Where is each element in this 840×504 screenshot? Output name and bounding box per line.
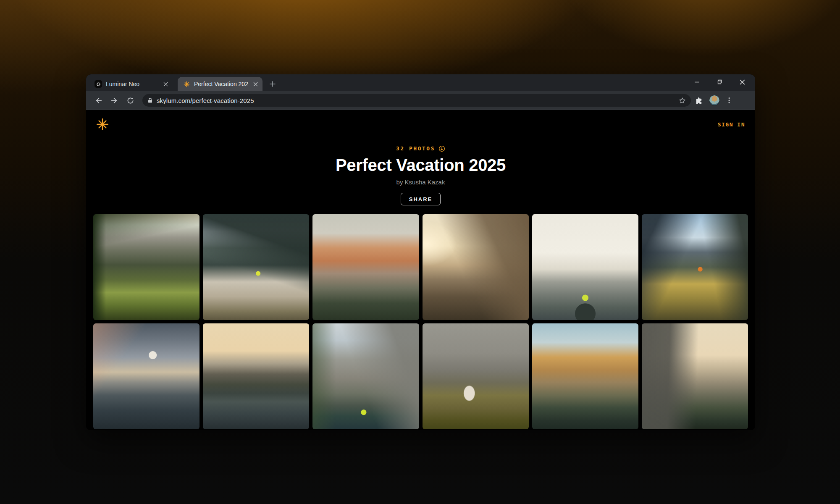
skylum-asterisk-icon: [183, 80, 190, 88]
photo-butte-lake-reflection[interactable]: [203, 323, 309, 429]
minimize-button[interactable]: [685, 74, 708, 89]
page-title: Perfect Vacation 2025: [86, 156, 755, 175]
menu-dots-icon[interactable]: [726, 97, 732, 104]
photo-sheer-cliffs-forest[interactable]: [642, 323, 748, 429]
close-window-button[interactable]: [731, 74, 753, 89]
address-bar[interactable]: skylum.com/perfect-vacation-2025: [142, 94, 691, 107]
new-tab-button[interactable]: [267, 78, 278, 90]
bookmark-star-icon[interactable]: [679, 97, 686, 104]
browser-toolbar: skylum.com/perfect-vacation-2025: [86, 91, 755, 110]
window-controls: [685, 74, 753, 89]
photo-count-label: 32 PHOTOS: [396, 145, 435, 152]
profile-avatar[interactable]: [709, 95, 720, 106]
reload-icon[interactable]: [123, 93, 137, 108]
tab-luminar-neo[interactable]: Luminar Neo: [89, 77, 173, 91]
share-button[interactable]: SHARE: [401, 193, 441, 205]
site-header: SIGN IN: [86, 110, 755, 134]
sign-in-link[interactable]: SIGN IN: [718, 121, 745, 128]
browser-window: Luminar Neo Perfect Vacation 2025: [86, 74, 755, 430]
url-text[interactable]: skylum.com/perfect-vacation-2025: [157, 97, 675, 104]
photo-alpenglow-castle-peak[interactable]: [312, 214, 419, 320]
tab-perfect-vacation-2025[interactable]: Perfect Vacation 2025: [178, 77, 262, 91]
toolbar-right: [695, 95, 732, 106]
author-byline: by Ksusha Kazak: [86, 178, 755, 186]
lock-icon: [147, 97, 153, 103]
skylum-logo-icon[interactable]: [96, 118, 109, 131]
photo-dark-ridge-hiker[interactable]: [203, 214, 309, 320]
forward-icon[interactable]: [107, 93, 121, 108]
tab-title: Luminar Neo: [106, 81, 158, 87]
photo-golden-peak-forest-lake[interactable]: [532, 323, 638, 429]
photo-sunset-scree-trail[interactable]: [423, 214, 529, 320]
photo-backpacker-pale-sky[interactable]: [532, 214, 638, 320]
photo-gray-peak-turquoise-lake[interactable]: [312, 323, 419, 429]
gallery-page: SIGN IN 32 PHOTOS Perfect Vacation 2025 …: [86, 110, 755, 430]
photo-green-valley-pines[interactable]: [93, 214, 200, 320]
photo-count: 32 PHOTOS: [396, 145, 445, 152]
close-tab-icon[interactable]: [252, 80, 259, 88]
gallery-header: 32 PHOTOS Perfect Vacation 2025 by Ksush…: [86, 144, 755, 205]
download-icon[interactable]: [438, 145, 445, 152]
photo-orange-jacket-overlook[interactable]: [642, 214, 748, 320]
tab-strip: Luminar Neo Perfect Vacation 2025: [86, 74, 755, 91]
photo-sheep-foggy-meadow[interactable]: [423, 323, 529, 429]
back-icon[interactable]: [91, 93, 105, 108]
extensions-icon[interactable]: [695, 97, 703, 105]
luminar-neo-icon: [94, 80, 102, 88]
tab-title: Perfect Vacation 2025: [194, 81, 248, 87]
photo-grid: [93, 214, 748, 429]
restore-button[interactable]: [708, 74, 731, 89]
photo-moonrise-dusk-peaks[interactable]: [93, 323, 200, 429]
close-tab-icon[interactable]: [162, 80, 169, 88]
